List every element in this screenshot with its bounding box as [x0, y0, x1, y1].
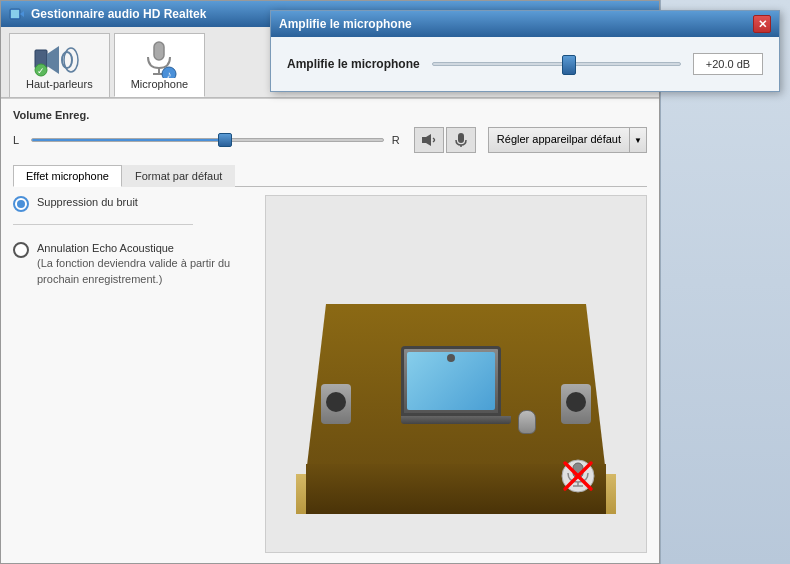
tab-effet-microphone[interactable]: Effet microphone — [13, 165, 122, 187]
right-label: R — [392, 134, 402, 146]
svg-marker-14 — [422, 134, 431, 146]
popup-title: Amplifie le microphone — [279, 17, 412, 31]
popup-slider-thumb[interactable] — [562, 55, 576, 75]
speaker-left — [321, 384, 351, 424]
svg-rect-1 — [11, 10, 19, 18]
speaker-cone-left — [326, 392, 346, 412]
laptop-screen — [401, 346, 501, 416]
tab-format-label: Format par défaut — [135, 170, 222, 182]
regler-appareil-dropdown[interactable]: ▼ — [629, 127, 647, 153]
effects-panel: Suppression du bruit Annulation Echo Aco… — [13, 195, 253, 553]
tab-effet-label: Effet microphone — [26, 170, 109, 182]
annulation-description: (La fonction deviendra valide à partir d… — [37, 257, 230, 284]
main-title: Gestionnaire audio HD Realtek — [31, 7, 206, 21]
popup-content: Amplifie le microphone +20.0 dB — [271, 37, 779, 91]
content-area: Volume Enreg. L R — [1, 98, 659, 563]
laptop — [401, 346, 511, 424]
tab-microphone-label: Microphone — [131, 78, 188, 90]
svg-rect-9 — [154, 42, 164, 60]
popup-close-button[interactable]: ✕ — [753, 15, 771, 33]
desk-scene — [296, 234, 616, 514]
laptop-screen-inner — [407, 352, 495, 410]
speaker-icon: ✓ — [33, 42, 85, 78]
svg-rect-15 — [458, 133, 464, 143]
popup-title-bar: Amplifie le microphone ✕ — [271, 11, 779, 37]
laptop-camera — [447, 354, 455, 362]
illustration-panel — [265, 195, 647, 553]
volume-slider[interactable] — [31, 138, 384, 142]
radio-annulation-circle[interactable] — [13, 242, 29, 258]
popup-slider-label: Amplifie le microphone — [287, 57, 420, 71]
slider-fill — [32, 139, 225, 141]
volume-label: Volume Enreg. — [13, 109, 647, 121]
popup-slider-track — [432, 62, 681, 66]
speaker-right — [561, 384, 591, 424]
svg-text:✓: ✓ — [37, 66, 45, 76]
popup-slider[interactable] — [432, 54, 681, 74]
tab-haut-parleurs-label: Haut-parleurs — [26, 78, 93, 90]
app-icon — [9, 6, 25, 22]
regler-appareil-button[interactable]: Régler appareil par défaut — [488, 127, 629, 153]
tab-format-par-defaut[interactable]: Format par défaut — [122, 165, 235, 187]
volume-buttons — [414, 127, 476, 153]
regler-line2: par défaut — [571, 133, 621, 146]
amplify-popup: Amplifie le microphone ✕ Amplifie le mic… — [270, 10, 780, 92]
suppression-label: Suppression du bruit — [37, 195, 138, 210]
svg-text:♪: ♪ — [167, 69, 172, 78]
radio-annulation[interactable]: Annulation Echo Acoustique (La fonction … — [13, 241, 253, 287]
mouse — [518, 410, 536, 434]
regler-appareil-container: Régler appareil par défaut ▼ — [488, 127, 647, 153]
tab-haut-parleurs[interactable]: ✓ Haut-parleurs — [9, 33, 110, 97]
left-label: L — [13, 134, 23, 146]
slider-thumb[interactable] — [218, 133, 232, 147]
speaker-vol-icon — [420, 132, 438, 148]
popup-value-display: +20.0 dB — [693, 53, 763, 75]
volume-row: L R — [13, 127, 647, 153]
annulation-label: Annulation Echo Acoustique — [37, 242, 174, 254]
tab-microphone[interactable]: ♪ Microphone — [114, 33, 205, 97]
microphone-icon: ♪ — [141, 40, 177, 78]
regler-line1: Régler appareil — [497, 133, 572, 146]
effects-divider — [13, 224, 193, 225]
mute-button[interactable] — [414, 127, 444, 153]
radio-suppression-circle[interactable] — [13, 196, 29, 212]
volume-section: Volume Enreg. L R — [13, 109, 647, 153]
laptop-base — [401, 416, 511, 424]
microphone-toggle-button[interactable] — [446, 127, 476, 153]
lower-area: Suppression du bruit Annulation Echo Aco… — [13, 195, 647, 553]
svg-marker-2 — [20, 11, 24, 17]
mic-vol-icon — [453, 132, 469, 148]
radio-suppression[interactable]: Suppression du bruit — [13, 195, 253, 212]
svg-marker-4 — [47, 46, 59, 74]
speaker-cone-right — [566, 392, 586, 412]
no-mic-badge — [560, 458, 596, 494]
sub-tabs: Effet microphone Format par défaut — [13, 165, 647, 187]
